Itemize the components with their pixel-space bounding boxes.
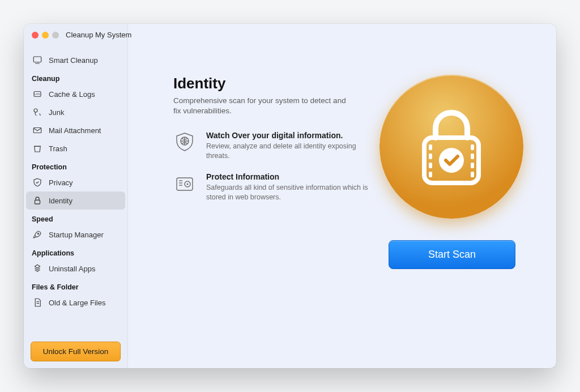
app-title: Cleanup My System: [66, 31, 131, 39]
feature-description: Safeguards all kind of sensitive informa…: [206, 183, 376, 202]
window-controls: [32, 32, 59, 39]
svg-point-7: [37, 233, 39, 234]
sidebar-item-identity[interactable]: Identity: [26, 191, 125, 210]
sidebar-item-smart-cleanup[interactable]: Smart Cleanup: [26, 51, 125, 69]
shield-check-icon: [32, 177, 43, 188]
svg-rect-18: [429, 144, 432, 150]
sidebar-item-label: Privacy: [49, 178, 73, 187]
sidebar-section-header: Speed: [26, 210, 125, 225]
sidebar-item-privacy[interactable]: Privacy: [26, 173, 125, 191]
sidebar-item-label: Uninstall Apps: [49, 265, 95, 273]
close-window-button[interactable]: [32, 32, 39, 39]
sidebar-item-cache-logs[interactable]: LOG Cache & Logs: [26, 85, 125, 103]
svg-rect-23: [471, 154, 474, 159]
sidebar-item-old-large-files[interactable]: Old & Large Files: [26, 293, 125, 312]
svg-rect-19: [429, 154, 432, 159]
svg-point-13: [187, 184, 189, 185]
lock-icon: [32, 195, 43, 206]
app-window: Cleanup My System Smart Cleanup Cleanup …: [24, 24, 556, 368]
minimize-window-button[interactable]: [42, 32, 49, 39]
log-icon: LOG: [32, 88, 43, 100]
feature-item: Protect Information Safeguards all kind …: [173, 172, 400, 202]
trash-icon: [32, 143, 43, 154]
main-content: Identity Comprehensive scan for your sys…: [128, 24, 556, 368]
sidebar-section-header: Cleanup: [26, 69, 125, 85]
svg-rect-25: [471, 172, 474, 177]
sidebar-list: Smart Cleanup Cleanup LOG Cache & Logs J…: [24, 51, 127, 335]
svg-point-4: [34, 109, 37, 112]
sidebar-section-header: Files & Folder: [26, 278, 125, 293]
sidebar-item-trash[interactable]: Trash: [26, 139, 125, 157]
feature-list: Watch Over your digital information. Rev…: [173, 131, 400, 202]
sidebar-item-label: Old & Large Files: [49, 299, 105, 307]
svg-rect-20: [429, 163, 432, 168]
sidebar-section-header: Protection: [26, 157, 125, 173]
feature-description: Review, analyze and delete all identity …: [206, 142, 376, 161]
maximize-window-button[interactable]: [52, 32, 59, 39]
mail-icon: [32, 125, 43, 136]
sidebar: Smart Cleanup Cleanup LOG Cache & Logs J…: [24, 24, 128, 368]
svg-rect-22: [471, 144, 474, 150]
feature-item: Watch Over your digital information. Rev…: [173, 131, 400, 161]
titlebar: Cleanup My System: [32, 31, 131, 39]
sidebar-item-label: Junk: [49, 108, 64, 117]
footprint-icon: [32, 106, 43, 118]
sidebar-item-label: Startup Manager: [49, 231, 104, 239]
sidebar-item-junk[interactable]: Junk: [26, 103, 125, 121]
hero-lock-badge-icon: [379, 75, 523, 219]
rocket-icon: [32, 229, 43, 240]
sidebar-item-label: Smart Cleanup: [49, 56, 98, 65]
sidebar-item-startup-manager[interactable]: Startup Manager: [26, 225, 125, 244]
svg-text:LOG: LOG: [35, 93, 40, 96]
sidebar-item-label: Trash: [49, 144, 67, 153]
monitor-icon: [32, 54, 43, 66]
page-subtitle: Comprehensive scan for your system to de…: [173, 96, 355, 116]
sidebar-section-header: Applications: [26, 244, 125, 259]
sidebar-item-label: Identity: [49, 197, 72, 205]
svg-rect-6: [35, 200, 40, 204]
sidebar-item-mail-attachment[interactable]: Mail Attachment: [26, 121, 125, 139]
safe-lock-icon: [173, 172, 196, 195]
unlock-full-version-button[interactable]: Unlock Full Version: [31, 342, 121, 361]
svg-rect-24: [471, 163, 474, 168]
feature-title: Protect Information: [206, 172, 376, 181]
app-icon: [32, 263, 43, 274]
sidebar-item-label: Mail Attachment: [49, 126, 101, 135]
file-icon: [32, 297, 43, 308]
svg-rect-5: [33, 128, 41, 133]
sidebar-footer: Unlock Full Version: [24, 335, 127, 368]
shield-globe-icon: [173, 131, 196, 154]
feature-title: Watch Over your digital information.: [206, 131, 376, 140]
sidebar-item-label: Cache & Logs: [49, 90, 95, 99]
start-scan-button[interactable]: Start Scan: [389, 240, 515, 269]
svg-rect-0: [33, 57, 41, 62]
svg-rect-21: [429, 172, 432, 177]
sidebar-item-uninstall-apps[interactable]: Uninstall Apps: [26, 259, 125, 278]
